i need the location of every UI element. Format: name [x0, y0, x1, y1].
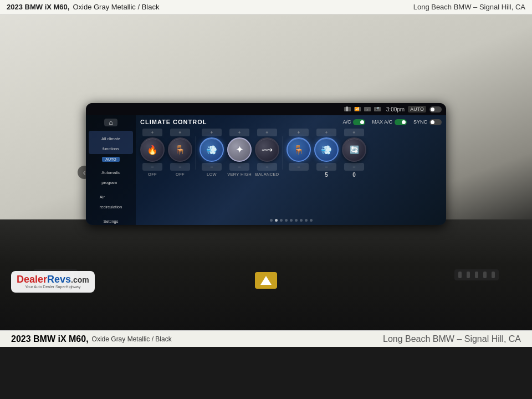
dot-4[interactable]: [285, 219, 288, 222]
dial-circle-seat-right[interactable]: 🪑: [287, 137, 311, 162]
dot-2[interactable]: [275, 219, 278, 222]
climate-control-title: CLIMATE CONTROL: [140, 119, 207, 125]
sidebar-label-settings: Settings: [103, 219, 118, 224]
dot-6[interactable]: [295, 219, 298, 222]
page-dots: [140, 219, 442, 222]
header-color-trim: Oxide Gray Metallic / Black: [73, 3, 159, 11]
footer-dealer: Long Beach BMW – Signal Hill, CA: [383, 334, 521, 344]
fan-number-icon: 💨: [321, 145, 332, 155]
status-time: 3:00pm: [386, 106, 405, 112]
screen-status-bar: ▊ 📶 ♪ 🎤 3:00pm AUTO: [86, 103, 446, 115]
signal-icon: 📶: [354, 107, 361, 111]
vent-bar: [483, 272, 487, 278]
max-ac-toggle-group[interactable]: MAX A/C: [372, 119, 407, 125]
dial-down-fan-number[interactable]: −: [316, 163, 336, 171]
sync-toggle-switch[interactable]: [429, 119, 442, 125]
dial-up-seat-heat-right[interactable]: +: [170, 129, 190, 136]
ac-label: A/C: [342, 119, 351, 125]
dot-1[interactable]: [270, 219, 273, 222]
dial-up-seat-right[interactable]: +: [289, 129, 309, 136]
dot-5[interactable]: [290, 219, 293, 222]
sidebar-label-air-recirc: Airrecirculation: [100, 195, 122, 209]
dial-seat-heat-right: + 🪑 − OFF: [168, 129, 192, 177]
ac-toggle-switch[interactable]: [353, 119, 365, 125]
auto-mode-badge: AUTO: [408, 106, 426, 112]
airflow-icon: ⟿: [262, 145, 273, 154]
dial-up-fan-number[interactable]: +: [316, 129, 336, 136]
dial-circle-fan-speed[interactable]: ✦: [227, 137, 252, 162]
dial-down-fan-left[interactable]: −: [202, 163, 222, 171]
dial-fan-speed: + ✦ − VERY HIGH: [227, 129, 252, 177]
dealer-logo: DealerRevs.com Your Auto Dealer SuperHig…: [11, 271, 95, 293]
logo-revs: Revs: [47, 274, 71, 285]
sync-toggle-group[interactable]: SYNC: [413, 119, 442, 125]
dial-separator-1: [196, 136, 196, 170]
dot-7[interactable]: [300, 219, 303, 222]
dial-circle-seat-heat-right[interactable]: 🪑: [168, 137, 192, 162]
dial-seat-right: + 🪑 −: [287, 129, 311, 171]
dial-airflow: + ⟿ − BALANCED: [255, 129, 279, 177]
dial-fan-left: + 💨 − LOW: [200, 129, 224, 177]
sidebar-settings[interactable]: Settings: [103, 215, 118, 225]
header-bar: 2023 BMW iX M60, Oxide Gray Metallic / B…: [0, 0, 532, 14]
dial-down-airflow[interactable]: −: [257, 163, 277, 171]
fan-left-icon: 💨: [206, 145, 217, 155]
dial-up-ac-right[interactable]: +: [344, 129, 364, 136]
dot-9[interactable]: [310, 219, 313, 222]
vent-bar: [475, 272, 478, 278]
hazard-button[interactable]: [255, 272, 277, 289]
dial-circle-ac-right[interactable]: 🔄: [342, 137, 366, 162]
vent-right: [454, 269, 499, 280]
sidebar-automatic[interactable]: Automaticprogram: [101, 166, 120, 186]
dial-down-seat-right[interactable]: −: [289, 163, 309, 171]
dial-label-fan-left: LOW: [207, 172, 217, 177]
header-dealer: Long Beach BMW – Signal Hill, CA: [413, 3, 525, 11]
dial-ac-right: + 🔄 − 0: [342, 129, 366, 178]
dot-8[interactable]: [305, 219, 308, 222]
photo-area: ‹ ▊ 📶 ♪ 🎤 3:00pm AUTO ⌂ All climatefunct…: [0, 14, 532, 330]
home-icon[interactable]: ⌂: [104, 119, 117, 126]
vent-bar: [458, 272, 462, 278]
vent-bar: [492, 272, 495, 278]
climate-top-controls: A/C MAX A/C SYNC: [342, 119, 442, 125]
dial-label-ac-right: 0: [352, 172, 356, 178]
logo-com: .com: [71, 275, 89, 284]
dial-down-ac-right[interactable]: −: [344, 163, 364, 171]
mic-icon: 🎤: [374, 107, 381, 111]
seat-heat-right-icon: 🪑: [175, 145, 186, 155]
dial-down-seat-heat-right[interactable]: −: [170, 163, 190, 171]
logo-dealer: Dealer: [17, 274, 47, 285]
dial-up-airflow[interactable]: +: [257, 129, 277, 136]
footer-color-trim: Oxide Gray Metallic / Black: [92, 335, 172, 343]
max-ac-label: MAX A/C: [372, 119, 392, 125]
dial-up-seat-heat-left[interactable]: +: [142, 129, 162, 136]
auto-toggle[interactable]: [429, 106, 442, 112]
max-ac-toggle-switch[interactable]: [395, 119, 407, 125]
sidebar-air-recirculation[interactable]: Airrecirculation: [100, 191, 122, 211]
dot-3[interactable]: [280, 219, 283, 222]
vent-bar: [467, 272, 470, 278]
dial-up-fan-speed[interactable]: +: [229, 129, 249, 136]
header-car-title: 2023 BMW iX M60,: [7, 3, 69, 11]
hazard-icon: [260, 276, 272, 285]
dial-circle-fan-number[interactable]: 💨: [314, 137, 339, 162]
ac-toggle-group[interactable]: A/C: [342, 119, 365, 125]
dial-down-fan-speed[interactable]: −: [229, 163, 249, 171]
infotainment-screen: ▊ 📶 ♪ 🎤 3:00pm AUTO ⌂ All climatefunctio…: [86, 103, 446, 225]
sidebar-auto-badge: AUTO: [102, 157, 119, 162]
bottom-footer-bar: 2023 BMW iX M60, Oxide Gray Metallic / B…: [0, 330, 532, 347]
dial-label-airflow: BALANCED: [255, 172, 279, 177]
dial-separator-2: [283, 136, 283, 170]
dial-circle-fan-left[interactable]: 💨: [200, 137, 224, 162]
music-icon: ♪: [364, 107, 371, 111]
dial-up-fan-left[interactable]: +: [202, 129, 222, 136]
dial-circle-seat-heat-left[interactable]: 🔥: [140, 137, 165, 162]
dial-label-fan-speed: VERY HIGH: [227, 172, 252, 177]
logo-tagline: Your Auto Dealer SuperHighway: [25, 284, 80, 289]
dial-circle-airflow[interactable]: ⟿: [255, 137, 279, 162]
sidebar-all-climate[interactable]: All climatefunctions: [89, 131, 133, 154]
dial-row: + 🔥 − OFF + 🪑 − OFF: [140, 127, 442, 216]
sidebar-label-automatic: Automaticprogram: [101, 170, 120, 185]
dial-label-fan-number: 5: [325, 172, 328, 178]
dial-down-seat-heat-left[interactable]: −: [142, 163, 162, 171]
